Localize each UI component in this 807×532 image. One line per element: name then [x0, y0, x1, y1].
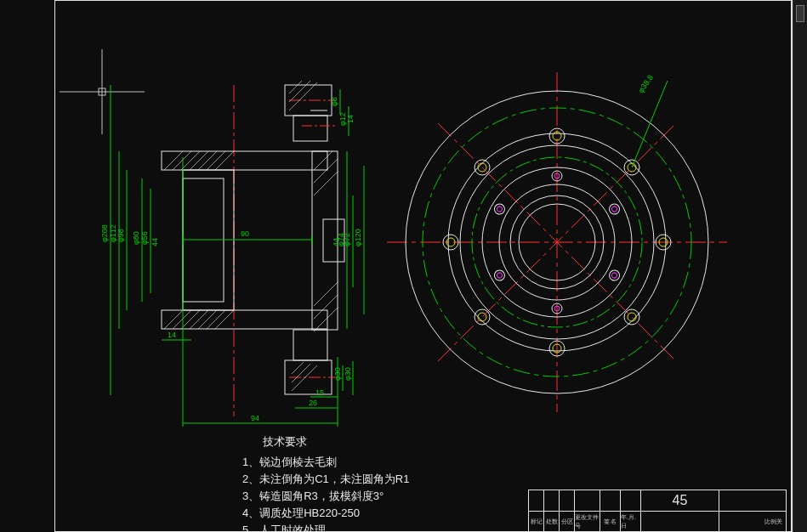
svg-point-85 — [628, 313, 636, 321]
dim-d8: φ8 — [330, 97, 338, 106]
tb-cell — [600, 490, 621, 512]
svg-line-34 — [314, 172, 338, 195]
front-view: φ38.8 — [395, 81, 719, 404]
dim-h14: 14 — [346, 115, 355, 123]
tb-material: 45 — [641, 490, 719, 512]
scroll-thumb[interactable] — [796, 5, 804, 22]
dim-d72: φ72 — [343, 233, 351, 246]
tech-note: 5、人工时效处理 — [242, 522, 409, 532]
dim-d30b: φ30 — [344, 367, 352, 381]
svg-point-92 — [475, 160, 490, 175]
tech-note: 2、未注倒角为C1，未注圆角为R1 — [242, 471, 409, 488]
svg-rect-13 — [293, 330, 327, 360]
svg-line-37 — [314, 308, 338, 331]
svg-point-84 — [624, 309, 639, 325]
dim-d208: φ208 — [100, 224, 109, 242]
dim-h44b: 44 — [332, 238, 340, 246]
svg-point-93 — [478, 163, 486, 172]
dim-h44: 44 — [151, 238, 159, 246]
svg-rect-5 — [293, 116, 327, 141]
svg-line-26 — [173, 310, 191, 329]
svg-line-24 — [215, 151, 234, 170]
technical-requirements: 技术要求 1、锐边倒棱去毛刺 2、未注倒角为C1，未注圆角为R1 3、铸造圆角R… — [242, 433, 409, 532]
tb-cell — [575, 490, 600, 512]
svg-point-96 — [607, 202, 621, 216]
tb-cell — [560, 490, 575, 512]
cad-canvas[interactable]: 90 94 14 26 15 φ208 φ112 φ98 φ80 φ56 44 … — [0, 0, 807, 532]
dim-d80: φ80 — [132, 231, 140, 245]
tech-title: 技术要求 — [242, 433, 327, 450]
svg-line-33 — [314, 159, 338, 183]
dim-d56: φ56 — [140, 231, 149, 245]
svg-line-40 — [289, 82, 317, 110]
svg-line-28 — [190, 310, 208, 329]
dim-d98: φ98 — [117, 229, 125, 242]
svg-line-42 — [292, 364, 310, 382]
tb-label: 更改文件号 — [575, 512, 600, 532]
svg-line-30 — [207, 310, 225, 329]
svg-line-19 — [173, 151, 191, 170]
svg-point-89 — [478, 313, 486, 321]
svg-point-103 — [496, 272, 503, 279]
dim-14: 14 — [168, 331, 176, 339]
tech-note: 1、锐边倒棱去毛刺 — [242, 454, 409, 471]
svg-line-36 — [314, 295, 338, 319]
tb-cell — [544, 490, 560, 512]
tech-note: 3、铸造圆角R3，拔模斜度3° — [242, 488, 409, 505]
dim-d120: φ120 — [354, 229, 362, 246]
svg-point-99 — [611, 272, 617, 279]
svg-rect-8 — [162, 310, 327, 329]
svg-point-105 — [496, 206, 503, 212]
tb-cell — [621, 490, 641, 512]
svg-line-39 — [289, 81, 310, 102]
svg-line-18 — [164, 151, 183, 170]
section-view: 90 94 14 26 15 φ208 φ112 φ98 φ80 φ56 44 … — [98, 85, 378, 442]
svg-line-29 — [198, 310, 217, 329]
svg-line-106 — [632, 81, 668, 167]
tb-label: 处数 — [544, 512, 560, 532]
tb-label: 签 名 — [600, 512, 621, 532]
dim-94: 94 — [251, 414, 259, 422]
dim-d30a: φ30 — [333, 367, 342, 381]
dim-bolt-circle: φ38.8 — [636, 73, 655, 94]
tb-label: 标记 — [529, 512, 544, 532]
right-tool-strip — [793, 0, 807, 532]
svg-line-31 — [215, 310, 234, 329]
tb-label: 分区 — [560, 512, 575, 532]
dim-15: 15 — [315, 388, 324, 397]
tech-note: 4、调质处理HB220-250 — [242, 505, 409, 522]
svg-line-22 — [198, 151, 217, 170]
svg-point-88 — [475, 309, 490, 325]
tb-cell — [719, 490, 786, 512]
svg-line-20 — [181, 151, 200, 170]
svg-line-38 — [289, 81, 302, 93]
svg-point-102 — [492, 269, 506, 282]
svg-line-21 — [190, 151, 208, 170]
tb-cell — [529, 490, 544, 512]
tb-ratio: 比例关 — [719, 512, 786, 532]
svg-point-98 — [607, 269, 621, 282]
svg-rect-7 — [162, 151, 327, 170]
svg-line-23 — [207, 151, 225, 170]
dim-90: 90 — [241, 229, 249, 238]
dim-26: 26 — [309, 399, 317, 407]
svg-point-97 — [611, 206, 617, 212]
svg-line-25 — [164, 310, 183, 329]
title-block: 45 标记 处数 分区 更改文件号 签 名 年.月.日 比例关 — [528, 490, 787, 532]
svg-line-27 — [181, 310, 200, 329]
svg-line-41 — [292, 365, 317, 391]
svg-point-104 — [492, 202, 506, 216]
tb-label: 年.月.日 — [621, 512, 641, 532]
svg-line-35 — [314, 282, 338, 306]
